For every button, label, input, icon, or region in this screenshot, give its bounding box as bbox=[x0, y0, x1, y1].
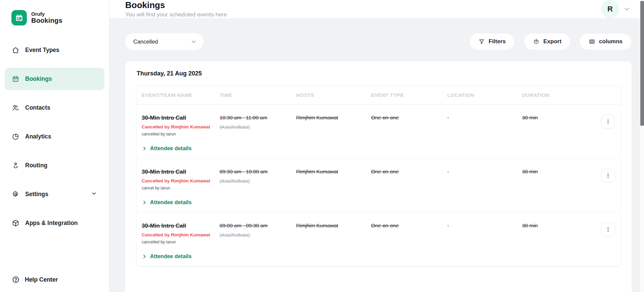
event-name-cell: 30-Min Intro Call Cancelled by Rimjhim K… bbox=[142, 169, 220, 190]
event-name: 30-Min Intro Call bbox=[142, 115, 220, 121]
cancelled-by-text: Cancelled by Rimjhim Kumawat bbox=[142, 124, 220, 129]
cancelled-by-text: Cancelled by Rimjhim Kumawat bbox=[142, 178, 220, 183]
chevron-right-icon bbox=[142, 146, 147, 151]
timezone: (Asia/Kolkata) bbox=[220, 232, 296, 238]
scrollbar-thumb[interactable] bbox=[640, 1, 644, 126]
sidebar-item-label: Contacts bbox=[25, 104, 50, 111]
event-name: 30-Min Intro Call bbox=[142, 169, 220, 175]
sidebar-item-contacts[interactable]: Contacts bbox=[5, 97, 104, 119]
sidebar-item-routing[interactable]: Routing bbox=[5, 154, 104, 177]
column-header-duration: DURATION bbox=[522, 92, 599, 98]
row-actions-button[interactable] bbox=[601, 223, 615, 237]
users-icon bbox=[12, 104, 19, 111]
chevron-right-icon bbox=[142, 200, 147, 205]
sidebar-item-help-center[interactable]: Help Center bbox=[5, 276, 104, 283]
attendee-details-toggle[interactable]: Attendee details bbox=[142, 253, 192, 259]
app-window: Orufy Bookings Event Types bbox=[0, 0, 644, 292]
sidebar-item-settings[interactable]: Settings bbox=[5, 183, 104, 206]
date-heading: Thursday, 21 Aug 2025 bbox=[137, 70, 621, 77]
attendee-details-toggle[interactable]: Attendee details bbox=[142, 199, 192, 206]
timezone: (Asia/Kolkata) bbox=[220, 124, 296, 130]
duration-cell: 30 min bbox=[522, 115, 599, 136]
sidebar-footer-label: Help Center bbox=[25, 276, 58, 283]
row-actions-button[interactable] bbox=[601, 115, 615, 129]
sidebar-item-bookings[interactable]: Bookings bbox=[5, 68, 104, 90]
chevron-right-icon bbox=[142, 254, 147, 259]
filters-button[interactable]: Filters bbox=[470, 34, 514, 50]
column-header-time: TIME bbox=[220, 92, 296, 98]
attendee-details-toggle[interactable]: Attendee details bbox=[142, 145, 192, 152]
time-cell: 09:00 am - 09:30 am (Asia/Kolkata) bbox=[220, 223, 296, 244]
sidebar-item-apps-integration[interactable]: Apps & Integration bbox=[5, 212, 104, 234]
content-area: Cancelled Filters bbox=[109, 18, 644, 292]
host-cell: Rimjhim Kumawat bbox=[296, 223, 371, 244]
location-cell: - bbox=[447, 169, 522, 190]
sidebar-item-label: Event Types bbox=[25, 47, 59, 54]
columns-button[interactable]: columns bbox=[580, 34, 631, 50]
location-cell: - bbox=[447, 223, 522, 244]
event-name-cell: 30-Min Intro Call Cancelled by Rimjhim K… bbox=[142, 223, 220, 244]
event-type-cell: One-on-one bbox=[371, 223, 447, 244]
sidebar-item-analytics[interactable]: Analytics bbox=[5, 125, 104, 148]
kebab-menu-icon bbox=[605, 173, 611, 179]
chevron-down-icon[interactable] bbox=[91, 190, 97, 198]
host-cell: Rimjhim Kumawat bbox=[296, 169, 371, 190]
table-row: 30-Min Intro Call Cancelled by Rimjhim K… bbox=[136, 105, 620, 159]
brand-logo[interactable]: Orufy Bookings bbox=[11, 10, 104, 25]
sidebar-item-label: Bookings bbox=[25, 75, 52, 82]
column-header-location: LOCATION bbox=[447, 92, 522, 98]
row-actions-button[interactable] bbox=[601, 169, 615, 183]
chevron-down-icon bbox=[190, 38, 197, 45]
pie-chart-icon bbox=[12, 133, 19, 140]
route-pin-icon bbox=[12, 162, 19, 169]
host-cell: Rimjhim Kumawat bbox=[296, 115, 371, 136]
main-area: Bookings You will find your scheduled ev… bbox=[109, 0, 644, 292]
time-range: 09:00 am - 09:30 am bbox=[220, 223, 296, 229]
brand-name-top: Orufy bbox=[31, 11, 62, 17]
calendar-icon bbox=[12, 75, 19, 82]
event-type-cell: One-on-one bbox=[371, 115, 447, 136]
event-name-cell: 30-Min Intro Call Cancelled by Rimjhim K… bbox=[142, 115, 220, 136]
status-filter-value: Cancelled bbox=[133, 39, 158, 45]
cancelled-by-text: Cancelled by Rimjhim Kumawat bbox=[142, 232, 220, 237]
gear-icon bbox=[12, 191, 19, 198]
sidebar: Orufy Bookings Event Types bbox=[0, 0, 109, 292]
vertical-scrollbar[interactable] bbox=[640, 0, 644, 292]
duration-cell: 30 min bbox=[522, 169, 599, 190]
brand-name-bottom: Bookings bbox=[31, 17, 62, 24]
table-row: 30-Min Intro Call Cancelled by Rimjhim K… bbox=[136, 213, 620, 267]
event-name: 30-Min Intro Call bbox=[142, 223, 220, 229]
avatar[interactable]: R bbox=[601, 0, 619, 18]
duration-cell: 30 min bbox=[522, 223, 599, 244]
table-row: 30-Min Intro Call Cancelled by Rimjhim K… bbox=[136, 159, 620, 213]
table-header-row: EVENT/TEAM NAME TIME HOSTS EVENT TYPE LO… bbox=[136, 85, 620, 105]
event-type-cell: One-on-one bbox=[371, 169, 447, 190]
filter-funnel-icon bbox=[478, 39, 485, 45]
chevron-down-icon[interactable] bbox=[623, 5, 631, 13]
bookings-toolbar: Cancelled Filters bbox=[125, 33, 631, 50]
sidebar-item-label: Routing bbox=[25, 162, 47, 169]
account-menu: R bbox=[601, 0, 631, 18]
time-cell: 10:30 am - 11:00 am (Asia/Kolkata) bbox=[220, 115, 296, 136]
time-cell: 09:30 am - 10:00 am (Asia/Kolkata) bbox=[220, 169, 296, 190]
sidebar-item-event-types[interactable]: Event Types bbox=[5, 39, 104, 61]
cube-icon bbox=[12, 220, 19, 227]
export-icon bbox=[533, 38, 540, 45]
location-cell: - bbox=[447, 115, 522, 136]
time-range: 10:30 am - 11:00 am bbox=[220, 115, 296, 121]
cancel-note-text: cancel by tarun bbox=[142, 186, 220, 190]
status-filter-select[interactable]: Cancelled bbox=[125, 33, 204, 50]
page-title: Bookings bbox=[125, 0, 227, 10]
column-header-event-type: EVENT TYPE bbox=[371, 92, 447, 98]
kebab-menu-icon bbox=[605, 227, 611, 233]
sidebar-nav: Event Types Bookings bbox=[5, 39, 104, 234]
bookings-table: EVENT/TEAM NAME TIME HOSTS EVENT TYPE LO… bbox=[136, 85, 621, 267]
export-button[interactable]: Export bbox=[524, 34, 570, 50]
sidebar-item-label: Apps & Integration bbox=[25, 220, 78, 227]
sidebar-item-label: Settings bbox=[25, 191, 48, 198]
question-circle-icon bbox=[12, 276, 19, 283]
column-header-event-name: EVENT/TEAM NAME bbox=[142, 92, 220, 98]
topbar: Bookings You will find your scheduled ev… bbox=[109, 0, 644, 18]
columns-icon bbox=[589, 38, 595, 45]
home-icon bbox=[12, 47, 19, 54]
